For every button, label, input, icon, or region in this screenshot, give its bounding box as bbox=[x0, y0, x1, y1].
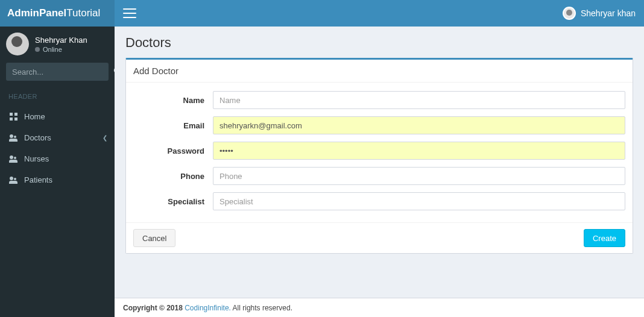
sidebar-item-label: Nurses bbox=[24, 154, 49, 163]
chevron-left-icon: ❮ bbox=[103, 134, 107, 141]
footer-link[interactable]: CodingInfinite. bbox=[185, 304, 231, 312]
menu-toggle-icon[interactable] bbox=[123, 8, 136, 18]
people-icon bbox=[8, 134, 18, 142]
footer: Copyright © 2018 CodingInfinite. All rig… bbox=[115, 298, 644, 317]
sidebar-section-header: HEADER bbox=[0, 87, 115, 106]
search-input[interactable] bbox=[12, 67, 113, 77]
avatar-icon bbox=[6, 33, 29, 55]
cancel-button[interactable]: Cancel bbox=[133, 229, 175, 247]
topbar-user-name: Shehryar khan bbox=[581, 8, 636, 18]
brand-logo[interactable]: AdminPanelTutorial bbox=[0, 0, 115, 27]
add-doctor-panel: Add Doctor Name Email Password Phone Spe… bbox=[125, 58, 633, 254]
panel-title: Add Doctor bbox=[126, 60, 633, 83]
form-row-name: Name bbox=[133, 91, 625, 109]
brand-light: Tutorial bbox=[66, 7, 100, 19]
dashboard-icon bbox=[8, 113, 18, 121]
panel-body: Name Email Password Phone Specialist bbox=[126, 83, 633, 222]
label-password: Password bbox=[133, 146, 213, 155]
email-input[interactable] bbox=[213, 116, 625, 134]
status-text: Online bbox=[43, 46, 62, 53]
create-button[interactable]: Create bbox=[584, 229, 625, 247]
footer-prefix: Copyright © 2018 bbox=[123, 304, 185, 312]
password-input[interactable] bbox=[213, 142, 625, 160]
label-specialist: Specialist bbox=[133, 197, 213, 206]
sidebar-item-label: Home bbox=[24, 112, 45, 121]
sidebar-item-home[interactable]: Home bbox=[0, 106, 115, 127]
panel-footer: Cancel Create bbox=[126, 222, 633, 253]
phone-input[interactable] bbox=[213, 167, 625, 185]
sidebar-nav: Home Doctors ❮ Nurses Patients bbox=[0, 106, 115, 190]
search-box[interactable] bbox=[6, 63, 109, 81]
name-input[interactable] bbox=[213, 91, 625, 109]
sidebar-item-label: Doctors bbox=[24, 133, 51, 142]
label-email: Email bbox=[133, 121, 213, 130]
specialist-input[interactable] bbox=[213, 192, 625, 210]
people-icon bbox=[8, 155, 18, 163]
label-name: Name bbox=[133, 96, 213, 105]
sidebar-item-patients[interactable]: Patients bbox=[0, 169, 115, 190]
sidebar-user-name: Shehryar Khan bbox=[35, 36, 87, 45]
form-row-password: Password bbox=[133, 142, 625, 160]
footer-suffix: All rights reserved. bbox=[233, 304, 292, 312]
label-phone: Phone bbox=[133, 172, 213, 181]
sidebar-item-nurses[interactable]: Nurses bbox=[0, 148, 115, 169]
sidebar: Shehryar Khan Online HEADER Home Doctors bbox=[0, 27, 115, 317]
form-row-specialist: Specialist bbox=[133, 192, 625, 210]
content: Doctors Add Doctor Name Email Password P… bbox=[115, 27, 644, 298]
sidebar-item-label: Patients bbox=[24, 175, 52, 184]
topbar-right: Shehryar khan bbox=[115, 0, 644, 27]
form-row-phone: Phone bbox=[133, 167, 625, 185]
page-title: Doctors bbox=[115, 27, 644, 58]
topbar-user[interactable]: Shehryar khan bbox=[563, 7, 636, 20]
sidebar-item-doctors[interactable]: Doctors ❮ bbox=[0, 127, 115, 148]
form-row-email: Email bbox=[133, 116, 625, 134]
people-icon bbox=[8, 177, 18, 184]
brand-bold: AdminPanel bbox=[7, 7, 66, 19]
status-dot-icon bbox=[35, 47, 40, 52]
avatar-icon bbox=[563, 7, 576, 20]
sidebar-user-status: Online bbox=[35, 46, 87, 53]
sidebar-search bbox=[0, 63, 115, 87]
sidebar-user-panel: Shehryar Khan Online bbox=[0, 27, 115, 63]
topbar: AdminPanelTutorial Shehryar khan bbox=[0, 0, 644, 27]
